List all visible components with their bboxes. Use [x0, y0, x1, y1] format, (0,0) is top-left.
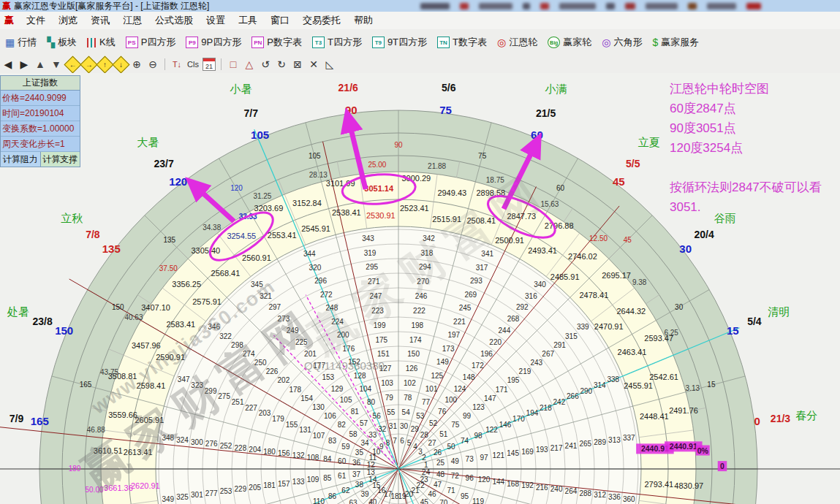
svg-text:297: 297 [268, 303, 281, 311]
svg-text:347: 347 [178, 375, 190, 383]
svg-text:28: 28 [420, 431, 429, 439]
svg-text:317: 317 [476, 264, 488, 272]
svg-text:147: 147 [484, 394, 496, 402]
toolbar-label: 赢家服务 [661, 36, 699, 49]
menu-item-交易委托[interactable]: 交易委托 [296, 12, 347, 28]
svg-text:270: 270 [417, 278, 429, 286]
calendar-button[interactable]: 21 [202, 57, 216, 72]
svg-text:110: 110 [313, 497, 325, 504]
zoom-in-button[interactable]: ⊕ [129, 57, 144, 72]
toolbar-label: 行情 [18, 36, 37, 49]
step-up-button[interactable]: ▲ [33, 57, 48, 72]
svg-text:251: 251 [232, 398, 244, 406]
toolbar-button-六角形[interactable]: ◎六角形 [597, 34, 647, 51]
svg-text:31: 31 [389, 422, 398, 430]
svg-text:23/8: 23/8 [32, 316, 52, 327]
svg-text:194: 194 [526, 409, 539, 417]
diamond-↑-icon: ↑ [96, 56, 113, 73]
annotation-line: 江恩轮中轮时空图 [670, 79, 839, 99]
svg-text:34.38: 34.38 [203, 224, 221, 232]
page-left-button[interactable]: ◀ [1, 57, 15, 72]
svg-text:27: 27 [428, 439, 436, 447]
svg-text:155: 155 [286, 421, 298, 429]
svg-text:25: 25 [436, 459, 445, 467]
menu-item-资讯[interactable]: 资讯 [84, 12, 116, 28]
svg-text:59: 59 [341, 443, 350, 451]
svg-text:343: 343 [362, 234, 374, 243]
toolbar-button-9P四方形[interactable]: P99P四方形 [181, 34, 246, 51]
svg-text:40: 40 [368, 498, 377, 504]
toolbar-button-赢家轮[interactable]: Big赢家轮 [542, 34, 597, 51]
svg-text:120: 120 [230, 184, 243, 192]
svg-text:199: 199 [374, 321, 386, 329]
svg-text:313: 313 [608, 436, 621, 444]
toolbar-button-T数字表[interactable]: TNT数字表 [432, 34, 492, 51]
svg-text:7/7: 7/7 [244, 107, 259, 119]
svg-text:61: 61 [338, 472, 347, 480]
toolbar-button-江恩轮[interactable]: ◎江恩轮 [492, 34, 542, 51]
svg-text:36: 36 [352, 459, 361, 467]
svg-text:266: 266 [567, 392, 579, 400]
pan-up-button[interactable]: ↑ [97, 57, 112, 72]
pan-down-button[interactable]: ↓ [113, 57, 128, 72]
toolbar-button-P四方形[interactable]: PSP四方形 [121, 34, 181, 51]
shrink-button[interactable]: ✕ [306, 57, 321, 72]
calc-support-button[interactable]: 计算支撑 [41, 152, 80, 167]
menu-item-江恩[interactable]: 江恩 [116, 12, 148, 28]
svg-text:55: 55 [387, 408, 396, 416]
svg-text:197: 197 [447, 331, 460, 339]
svg-text:15.63: 15.63 [540, 200, 559, 208]
svg-text:60: 60 [338, 457, 347, 465]
svg-text:54: 54 [402, 408, 411, 416]
titlebar-censored-area [416, 0, 840, 12]
cls-button[interactable]: Cls [186, 57, 200, 72]
pan-right-button[interactable]: → [81, 57, 96, 72]
pan-left-button[interactable]: ← [65, 57, 80, 72]
triangle-tool-button[interactable]: △ [242, 57, 257, 72]
height-scale-button[interactable]: T↓ [170, 57, 184, 72]
menu-item-工具[interactable]: 工具 [232, 12, 264, 28]
select-region-button[interactable]: ⊠ [290, 57, 305, 72]
svg-text:128: 128 [354, 372, 366, 380]
menu-item-浏览[interactable]: 浏览 [52, 12, 84, 28]
menu-item-窗口[interactable]: 窗口 [264, 12, 296, 28]
calc-resistance-button[interactable]: 计算阻力 [1, 152, 41, 167]
svg-text:23: 23 [420, 476, 429, 484]
svg-text:171: 171 [496, 386, 508, 394]
page-right-button[interactable]: ▶ [17, 57, 31, 72]
svg-text:316: 316 [525, 292, 537, 300]
toolbar-button-板块[interactable]: ▚板块 [42, 34, 82, 51]
svg-text:180: 180 [263, 448, 276, 456]
svg-text:271: 271 [368, 278, 380, 286]
pointer-tool-button[interactable]: ◺ [322, 57, 337, 72]
p9-badge-icon: P9 [186, 37, 198, 48]
svg-text:33: 33 [368, 431, 377, 439]
chart-area: 1234567891011121314151617181920212223242… [0, 73, 840, 504]
toolbar-button-P数字表[interactable]: PNP数字表 [246, 34, 307, 51]
menu-item-帮助[interactable]: 帮助 [347, 12, 379, 28]
menu-item-设置[interactable]: 设置 [200, 12, 232, 28]
toolbar-button-T四方形[interactable]: T3T四方形 [307, 34, 367, 51]
toolbar-button-赢家服务[interactable]: $赢家服务 [647, 34, 704, 51]
svg-text:38: 38 [355, 481, 364, 489]
toolbar-button-K线[interactable]: K线 [82, 34, 121, 51]
svg-text:95: 95 [461, 492, 469, 500]
toolbar-button-行情[interactable]: ▦行情 [0, 34, 42, 51]
diamond-←-icon: ← [64, 56, 81, 73]
step-down-button[interactable]: ▼ [49, 57, 64, 72]
svg-text:99: 99 [463, 412, 472, 420]
menu-item-文件[interactable]: 文件 [20, 12, 52, 28]
zoom-out-button[interactable]: ⊖ [145, 57, 160, 72]
svg-text:341: 341 [481, 250, 493, 258]
rotate-cw-button[interactable]: ↻ [274, 57, 289, 72]
svg-text:314: 314 [594, 381, 606, 389]
toolbar-label: 江恩轮 [509, 36, 537, 49]
rotate-ccw-button[interactable]: ↺ [258, 57, 273, 72]
svg-text:0: 0 [720, 462, 724, 470]
toolbar-button-9T四方形[interactable]: T99T四方形 [367, 34, 432, 51]
rect-tool-button[interactable]: □ [226, 57, 241, 72]
svg-text:324: 324 [176, 436, 189, 444]
menu-item-公式选股[interactable]: 公式选股 [148, 12, 200, 28]
svg-text:322: 322 [219, 332, 232, 340]
svg-text:150: 150 [55, 324, 73, 337]
